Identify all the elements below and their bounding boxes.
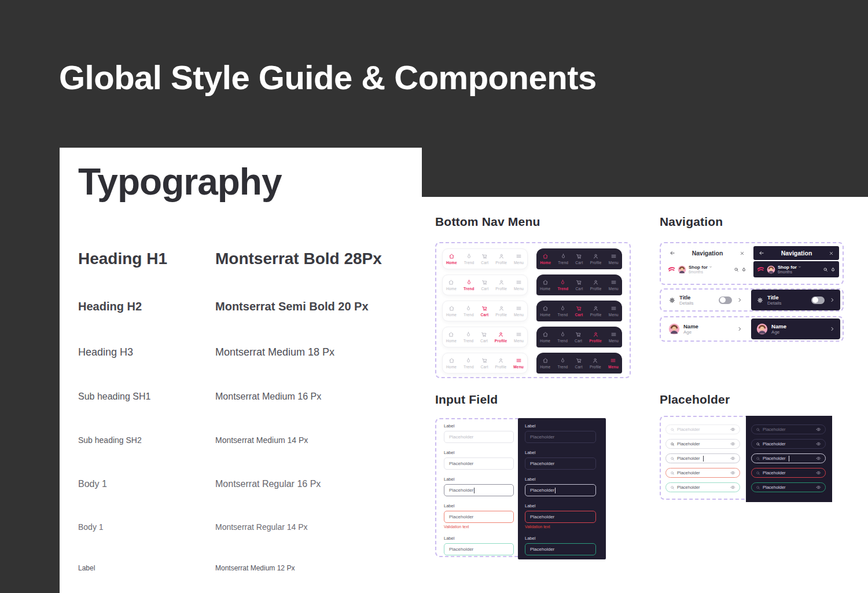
- nav-item-cart[interactable]: Cart: [575, 279, 583, 291]
- nav-item-menu[interactable]: Menu: [514, 305, 524, 317]
- nav-item-trend[interactable]: Trend: [557, 331, 568, 343]
- nav-item-profile[interactable]: Profile: [495, 331, 507, 343]
- search-placeholder-field-default[interactable]: Placeholder: [751, 424, 826, 434]
- chevron-right-icon[interactable]: [829, 326, 835, 332]
- nav-item-cart[interactable]: Cart: [575, 305, 583, 317]
- nav-item-home[interactable]: Home: [540, 279, 550, 291]
- search-placeholder-field-focused[interactable]: Placeholder: [665, 453, 740, 463]
- settings-row[interactable]: TitleDetails: [751, 290, 840, 310]
- eye-icon[interactable]: [816, 470, 821, 475]
- input-field-success[interactable]: Placeholder: [525, 543, 596, 555]
- nav-item-profile[interactable]: Profile: [495, 357, 507, 369]
- nav-item-menu[interactable]: Menu: [608, 357, 619, 369]
- toggle-switch[interactable]: [811, 296, 825, 304]
- nav-item-cart[interactable]: Cart: [480, 331, 488, 343]
- search-placeholder-field-success[interactable]: Placeholder: [751, 482, 826, 492]
- nav-item-cart[interactable]: Cart: [481, 253, 488, 265]
- eye-icon[interactable]: [730, 456, 735, 461]
- input-field-success[interactable]: Placeholder: [444, 543, 514, 555]
- search-placeholder-field-default[interactable]: Placeholder: [665, 424, 740, 434]
- eye-icon[interactable]: [816, 485, 821, 490]
- nav-item-menu[interactable]: Menu: [609, 253, 619, 265]
- nav-item-home[interactable]: Home: [446, 253, 457, 265]
- nav-item-profile[interactable]: Profile: [590, 253, 602, 265]
- nav-item-trend[interactable]: Trend: [464, 331, 474, 343]
- eye-icon[interactable]: [730, 427, 735, 432]
- nav-item-trend[interactable]: Trend: [558, 357, 568, 369]
- chevron-right-icon[interactable]: [737, 326, 742, 332]
- input-field-default[interactable]: Placeholder: [444, 431, 514, 443]
- nav-item-profile[interactable]: Profile: [495, 305, 507, 317]
- eye-icon[interactable]: [730, 470, 735, 475]
- nav-item-home[interactable]: Home: [540, 357, 550, 369]
- nav-item-profile[interactable]: Profile: [590, 279, 602, 291]
- search-placeholder-field-filled[interactable]: Placeholder: [751, 439, 826, 449]
- chevron-right-icon[interactable]: [737, 297, 742, 303]
- nav-item-trend[interactable]: Trend: [464, 253, 475, 265]
- search-placeholder-field-filled[interactable]: Placeholder: [665, 439, 740, 449]
- nav-item-profile[interactable]: Profile: [590, 305, 602, 317]
- nav-item-menu[interactable]: Menu: [514, 253, 524, 265]
- nav-item-cart[interactable]: Cart: [575, 331, 582, 343]
- nav-item-home[interactable]: Home: [540, 305, 550, 317]
- nav-item-trend[interactable]: Trend: [464, 279, 475, 291]
- input-field-focused[interactable]: Placeholder: [444, 484, 514, 496]
- input-field-focused[interactable]: Placeholder: [525, 484, 596, 496]
- search-placeholder-field-error[interactable]: Placeholder: [751, 468, 826, 478]
- nav-item-trend[interactable]: Trend: [464, 357, 474, 369]
- nav-item-cart[interactable]: Cart: [575, 357, 583, 369]
- bell-icon[interactable]: [830, 267, 836, 272]
- search-icon[interactable]: [823, 267, 828, 272]
- chevron-down-icon[interactable]: [709, 265, 712, 269]
- profile-row[interactable]: NameAge: [751, 319, 840, 339]
- eye-icon[interactable]: [730, 441, 735, 446]
- avatar[interactable]: [678, 265, 686, 274]
- nav-item-menu[interactable]: Menu: [609, 279, 619, 291]
- nav-item-trend[interactable]: Trend: [558, 305, 568, 317]
- avatar[interactable]: [767, 265, 775, 274]
- search-icon[interactable]: [734, 267, 739, 272]
- nav-item-menu[interactable]: Menu: [514, 279, 524, 291]
- settings-row[interactable]: TitleDetails: [663, 290, 748, 310]
- nav-item-home[interactable]: Home: [446, 279, 457, 291]
- nav-item-home[interactable]: Home: [540, 253, 551, 265]
- nav-item-trend[interactable]: Trend: [558, 253, 568, 265]
- eye-icon[interactable]: [816, 456, 821, 461]
- nav-item-home[interactable]: Home: [540, 331, 550, 343]
- back-arrow-icon[interactable]: [759, 250, 764, 256]
- nav-item-cart[interactable]: Cart: [481, 279, 488, 291]
- nav-item-menu[interactable]: Menu: [514, 331, 524, 343]
- nav-item-cart[interactable]: Cart: [575, 253, 583, 265]
- chevron-down-icon[interactable]: [798, 265, 801, 269]
- back-arrow-icon[interactable]: [670, 250, 675, 256]
- nav-item-home[interactable]: Home: [446, 305, 457, 317]
- close-icon[interactable]: [740, 251, 745, 256]
- nav-item-trend[interactable]: Trend: [557, 279, 568, 291]
- input-field-filled[interactable]: Placeholder: [525, 457, 596, 470]
- input-field-filled[interactable]: Placeholder: [444, 457, 514, 470]
- toggle-switch[interactable]: [719, 296, 732, 304]
- input-field-default[interactable]: Placeholder: [525, 431, 596, 443]
- search-placeholder-field-focused[interactable]: Placeholder: [751, 453, 826, 463]
- nav-item-trend[interactable]: Trend: [464, 305, 474, 317]
- bell-icon[interactable]: [741, 267, 746, 272]
- close-icon[interactable]: [829, 251, 834, 256]
- chevron-right-icon[interactable]: [829, 297, 835, 303]
- nav-item-profile[interactable]: Profile: [589, 331, 602, 343]
- nav-item-menu[interactable]: Menu: [513, 357, 524, 369]
- eye-icon[interactable]: [816, 441, 821, 446]
- eye-icon[interactable]: [730, 485, 735, 490]
- nav-item-menu[interactable]: Menu: [609, 331, 619, 343]
- input-field-error[interactable]: Placeholder: [525, 511, 596, 523]
- nav-item-home[interactable]: Home: [446, 331, 457, 343]
- nav-item-profile[interactable]: Profile: [495, 279, 507, 291]
- input-field-error[interactable]: Placeholder: [444, 511, 514, 523]
- nav-item-menu[interactable]: Menu: [609, 305, 619, 317]
- eye-icon[interactable]: [816, 427, 821, 432]
- nav-item-profile[interactable]: Profile: [495, 253, 507, 265]
- profile-row[interactable]: NameAge: [663, 319, 748, 339]
- search-placeholder-field-success[interactable]: Placeholder: [665, 482, 740, 492]
- nav-item-profile[interactable]: Profile: [590, 357, 601, 369]
- nav-item-cart[interactable]: Cart: [481, 305, 489, 317]
- nav-item-home[interactable]: Home: [446, 357, 457, 369]
